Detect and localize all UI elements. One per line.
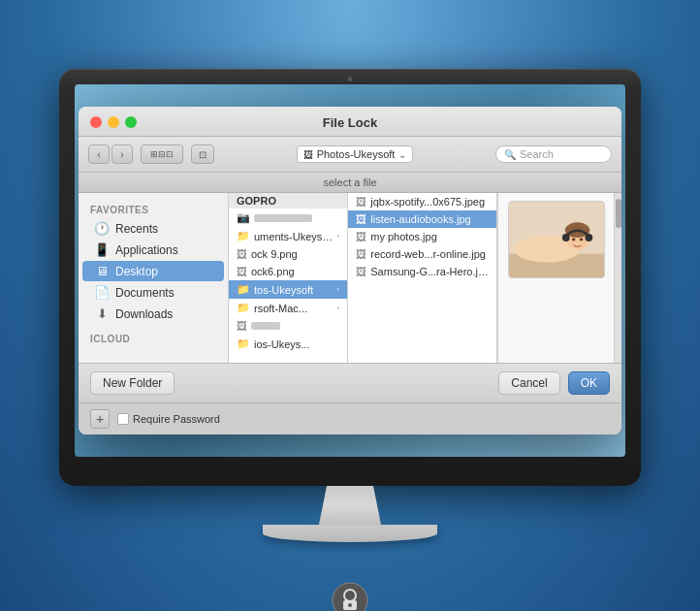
filename: ios-Ukeys...	[254, 338, 339, 350]
list-item[interactable]: 📁 rsoft-Mac... ›	[229, 299, 347, 317]
subtitle-text: select a file	[323, 177, 376, 188]
col1-header: GOPRO	[229, 193, 347, 209]
file-icon: 🖼	[237, 320, 247, 332]
recents-icon: 🕐	[94, 221, 110, 236]
list-item[interactable]: 📁 uments-Ukeysoft ›	[229, 227, 347, 245]
sidebar-item-desktop[interactable]: 🖥 Desktop	[82, 261, 224, 281]
filename: jqbx-spotify...0x675.jpeg	[370, 196, 489, 208]
new-folder-button[interactable]: New Folder	[90, 371, 175, 395]
action-button[interactable]: ⊡	[191, 145, 214, 164]
bottom-bar: New Folder Cancel OK	[79, 363, 621, 402]
list-item[interactable]: 🖼 ock 9.png	[229, 245, 347, 263]
file-icon: 🖼	[356, 231, 366, 242]
main-content: Favorites 🕐 Recents 📱 Applications 🖥	[79, 193, 621, 363]
close-button[interactable]	[90, 116, 102, 128]
file-icon: 🖼	[237, 266, 247, 277]
icloud-label: iCloud	[79, 330, 228, 346]
preview-image	[508, 201, 605, 278]
blurred-filename	[251, 322, 280, 330]
preview-pane	[497, 193, 614, 363]
file-icon: 🖼	[356, 196, 366, 208]
sidebar-item-applications[interactable]: 📱 Applications	[82, 240, 224, 260]
svg-point-7	[571, 239, 575, 241]
minimize-button[interactable]	[108, 116, 119, 128]
sidebar-item-recents[interactable]: 🕐 Recents	[82, 218, 224, 239]
monitor-frame: File Lock ‹ ›	[59, 69, 641, 486]
title-bar: File Lock	[79, 107, 621, 137]
folder-icon: 📁	[237, 283, 250, 296]
svg-point-5	[561, 234, 569, 241]
sidebar: Favorites 🕐 Recents 📱 Applications 🖥	[79, 193, 229, 363]
list-item[interactable]: 🖼 my photos.jpg	[348, 228, 496, 245]
screen-content: File Lock ‹ ›	[75, 84, 625, 457]
file-icon: 🖼	[237, 248, 247, 260]
location-arrow: ⌄	[398, 149, 406, 160]
svg-point-12	[348, 603, 352, 607]
maximize-button[interactable]	[125, 116, 137, 128]
location-bar[interactable]: 🖼 Photos-Ukeysoft ⌄	[297, 145, 414, 163]
subtitle-bar: select a file	[79, 173, 621, 193]
sidebar-item-documents[interactable]: 📄 Documents	[82, 282, 224, 303]
folder-icon: 📁	[237, 230, 250, 242]
view-toggle-button[interactable]: ⊞⊟⊡	[141, 145, 183, 164]
app-panel: + Require Password	[79, 402, 621, 434]
filename: record-web...r-online.jpg	[370, 248, 489, 260]
traffic-lights	[90, 116, 137, 128]
file-column-1: GOPRO 📷 📁 uments-Ukeysoft	[229, 193, 348, 363]
desktop-icon: 🖥	[94, 264, 110, 278]
sidebar-item-downloads[interactable]: ⬇ Downloads	[82, 304, 224, 324]
location-text: Photos-Ukeysoft	[317, 148, 396, 160]
sidebar-recents-label: Recents	[115, 222, 158, 236]
scroll-indicator[interactable]	[614, 193, 621, 363]
favorites-label: Favorites	[79, 201, 228, 217]
camera-dot	[348, 77, 353, 81]
list-item[interactable]: 🖼 ock6.png	[229, 263, 347, 280]
search-placeholder: Search	[520, 148, 554, 160]
list-item[interactable]: 🖼 jqbx-spotify...0x675.jpeg	[348, 193, 496, 210]
scroll-thumb	[616, 199, 621, 228]
list-item[interactable]: 🖼 Samsung-G...ra-Hero.jpg	[348, 263, 496, 280]
search-box[interactable]: 🔍 Search	[495, 145, 612, 163]
file-icon: 🖼	[356, 248, 366, 260]
sidebar-downloads-label: Downloads	[115, 307, 173, 321]
downloads-icon: ⬇	[94, 306, 110, 321]
svg-point-8	[579, 239, 583, 241]
monitor-stand-base	[263, 525, 437, 542]
list-item[interactable]: 📁 tos-Ukeysoft ›	[229, 280, 347, 299]
search-icon: 🔍	[504, 149, 516, 160]
window-title: File Lock	[323, 115, 377, 130]
list-item[interactable]: 🖼 record-web...r-online.jpg	[348, 245, 496, 263]
svg-point-6	[585, 234, 592, 241]
filename: ock6.png	[251, 266, 339, 277]
app-icon	[331, 581, 369, 611]
filename: uments-Ukeysoft	[254, 231, 334, 242]
documents-icon: 📄	[94, 285, 110, 300]
folder-icon: 📁	[237, 302, 250, 314]
forward-button[interactable]: ›	[111, 145, 133, 164]
view-buttons: ⊞⊟⊡	[141, 145, 183, 164]
list-item[interactable]: 🖼 listen-audiobooks.jpg	[348, 210, 496, 228]
nav-buttons: ‹ ›	[88, 145, 133, 164]
cancel-button[interactable]: Cancel	[498, 371, 559, 395]
ok-button[interactable]: OK	[568, 371, 610, 395]
filename: rsoft-Mac...	[254, 303, 334, 314]
filename: my photos.jpg	[370, 231, 489, 242]
chevron-icon: ›	[337, 232, 340, 241]
applications-icon: 📱	[94, 242, 110, 257]
add-button[interactable]: +	[90, 409, 110, 429]
back-button[interactable]: ‹	[88, 145, 110, 164]
require-password-label: Require Password	[133, 413, 220, 425]
list-item[interactable]: 📷	[229, 209, 347, 227]
list-item[interactable]: 🖼	[229, 317, 347, 335]
sidebar-applications-label: Applications	[115, 243, 178, 257]
file-columns: GOPRO 📷 📁 uments-Ukeysoft	[229, 193, 621, 363]
monitor-screen: File Lock ‹ ›	[75, 84, 625, 457]
file-icon: 🖼	[356, 213, 366, 225]
file-column-2: 🖼 jqbx-spotify...0x675.jpeg 🖼 listen-aud…	[348, 193, 497, 363]
chevron-icon: ›	[337, 304, 340, 312]
require-password-checkbox[interactable]	[117, 413, 129, 425]
preview-svg	[509, 201, 604, 278]
sidebar-desktop-label: Desktop	[115, 265, 158, 278]
monitor-stand-neck	[311, 486, 389, 525]
list-item[interactable]: 📁 ios-Ukeys...	[229, 335, 347, 353]
